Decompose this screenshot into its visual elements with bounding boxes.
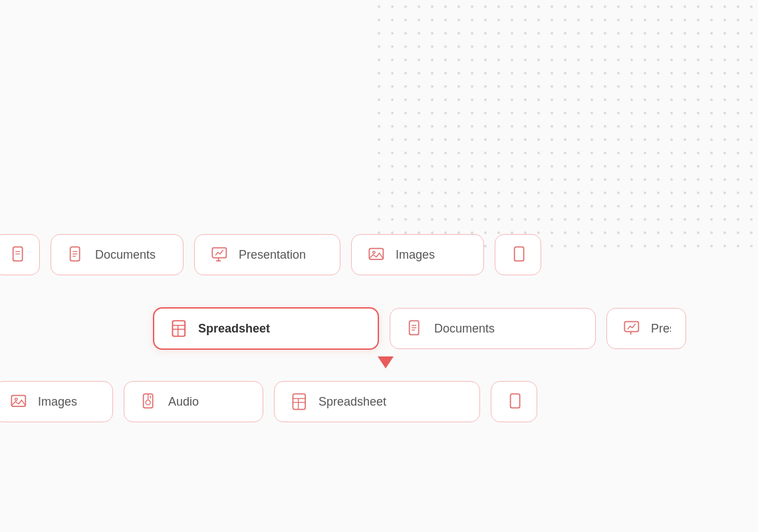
pill-presentation-1[interactable]: Presentation (194, 234, 340, 275)
spreadsheet-icon-active (169, 318, 190, 339)
image-icon-2 (9, 391, 30, 412)
svg-rect-25 (11, 396, 25, 406)
svg-rect-31 (293, 394, 306, 409)
pill-presentation-partial[interactable]: Presen (606, 308, 686, 349)
document-icon (66, 244, 87, 265)
pill-images-1[interactable]: Images (351, 234, 484, 275)
cursor (378, 356, 394, 368)
svg-point-28 (146, 400, 150, 405)
file-icon-3 (506, 391, 527, 412)
audio-icon (139, 391, 160, 412)
spreadsheet-icon-2 (289, 391, 311, 412)
row-1: Documents Presentation Images (0, 234, 541, 275)
pill-spreadsheet-active[interactable]: Spreadsheet (153, 307, 379, 350)
pill-spreadsheet-2[interactable]: Spreadsheet (274, 381, 480, 422)
svg-rect-35 (511, 394, 520, 408)
documents-2-label: Documents (434, 322, 495, 336)
svg-rect-23 (624, 322, 638, 332)
images-2-label: Images (38, 395, 77, 409)
svg-rect-9 (212, 248, 226, 258)
row-2: Spreadsheet Documents Presen (153, 307, 686, 350)
file-icon (9, 244, 30, 265)
row-3: Images Audio Spreadsheet (0, 381, 537, 422)
spreadsheet-active-label: Spreadsheet (198, 322, 270, 336)
file-icon-right (510, 244, 531, 265)
audio-label: Audio (168, 395, 199, 409)
svg-rect-1 (372, 0, 758, 253)
svg-point-26 (15, 398, 17, 401)
spreadsheet-2-label: Spreadsheet (318, 395, 386, 409)
presentation-1-label: Presentation (239, 248, 306, 262)
document-icon-2 (405, 318, 426, 339)
svg-rect-15 (173, 321, 186, 336)
presentation-icon (209, 244, 231, 265)
image-icon (366, 244, 388, 265)
presentation-partial-label: Presen (651, 322, 671, 336)
pill-documents-2[interactable]: Documents (390, 308, 596, 349)
pill-audio[interactable]: Audio (124, 381, 263, 422)
pill-partial-left-1[interactable] (0, 234, 40, 275)
pill-images-2[interactable]: Images (0, 381, 113, 422)
pill-partial-right-1[interactable] (495, 234, 541, 275)
svg-rect-14 (515, 247, 524, 261)
dot-pattern (372, 0, 758, 253)
svg-rect-12 (369, 249, 383, 259)
pill-documents-1[interactable]: Documents (51, 234, 184, 275)
pill-partial-right-3[interactable] (491, 381, 537, 422)
presentation-icon-2 (622, 318, 643, 339)
images-1-label: Images (396, 248, 435, 262)
svg-point-13 (373, 251, 376, 254)
documents-1-label: Documents (95, 248, 156, 262)
